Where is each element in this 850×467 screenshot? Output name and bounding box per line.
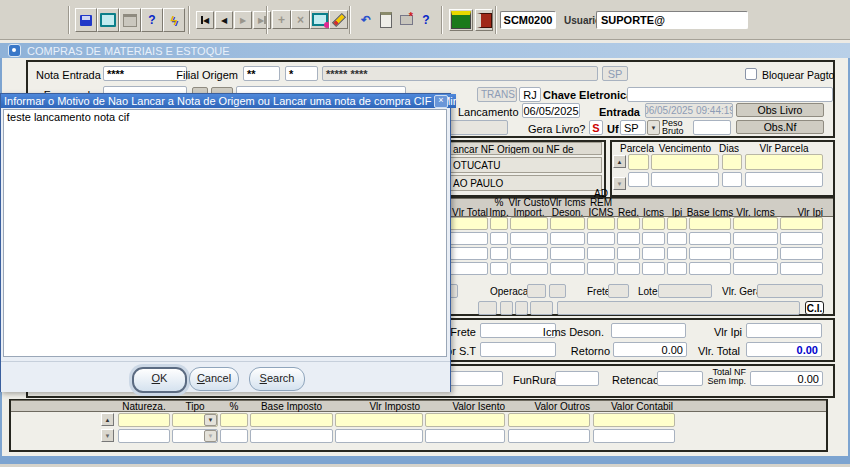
grid-cell[interactable]	[780, 247, 823, 260]
transportadora-uf-field[interactable]: RJ	[519, 87, 541, 102]
grid-cell[interactable]	[689, 217, 731, 230]
valor-isento-cell[interactable]	[425, 429, 505, 443]
grid-cell[interactable]	[780, 262, 823, 275]
uf-combo-field[interactable]: SP	[620, 120, 646, 135]
execute-button[interactable]: ϟ	[163, 8, 185, 32]
grid-cell[interactable]	[667, 247, 687, 260]
grid-cell[interactable]	[667, 232, 687, 245]
nav-next-button[interactable]: ▶	[234, 11, 252, 29]
parcelas-scroll-up[interactable]: ▲	[613, 155, 626, 168]
valor-contabil-cell[interactable]	[593, 413, 675, 427]
help-run-button[interactable]: ?	[141, 8, 163, 32]
uf-dropdown-button[interactable]: ▼	[647, 120, 660, 135]
grid-cell[interactable]	[510, 232, 548, 245]
grid-cell[interactable]	[780, 217, 823, 230]
grid-cell[interactable]	[733, 247, 778, 260]
nav-last-button[interactable]: ▶	[253, 11, 271, 29]
grid-cell[interactable]	[550, 232, 585, 245]
save-button[interactable]	[75, 8, 97, 32]
valor-isento-cell[interactable]	[425, 413, 505, 427]
grid-cell[interactable]	[733, 232, 778, 245]
vlr-imposto-cell[interactable]	[335, 413, 423, 427]
base-imposto-cell[interactable]	[250, 413, 333, 427]
grid-cell[interactable]	[587, 247, 615, 260]
retorno-field[interactable]: 0.00	[613, 342, 687, 357]
erase-button[interactable]	[329, 10, 348, 29]
tipo-dropdown-button[interactable]: ▼	[204, 414, 217, 426]
grid-cell[interactable]	[642, 262, 665, 275]
cancel-button[interactable]: Cancel	[189, 367, 239, 391]
grid-cell[interactable]	[510, 247, 548, 260]
retencao-field[interactable]	[657, 371, 703, 386]
valor-outros-cell[interactable]	[508, 429, 590, 443]
gera-livro-field[interactable]: S	[589, 120, 603, 135]
nav-first-button[interactable]: ◀	[196, 11, 214, 29]
vlr-imposto-cell[interactable]	[335, 429, 423, 443]
parcela-cell[interactable]	[628, 154, 649, 170]
nota-entrada-field[interactable]: ****	[103, 66, 187, 81]
percent-cell[interactable]	[220, 413, 248, 427]
motivo-dialog-titlebar[interactable]: Informar o Motivo de Nao Lancar a Nota d…	[1, 94, 456, 108]
filial-code-field[interactable]: **	[243, 66, 280, 81]
motivo-textarea[interactable]: teste lancamento nota cif	[3, 109, 447, 357]
dialog-close-button[interactable]: ×	[434, 95, 448, 108]
grid-cell[interactable]	[667, 262, 687, 275]
grid-cell[interactable]	[733, 262, 778, 275]
dias-cell[interactable]	[722, 154, 742, 170]
dias-cell[interactable]	[722, 172, 742, 187]
vencimento-cell[interactable]	[651, 172, 719, 187]
menu-button[interactable]	[449, 9, 473, 31]
grid-cell[interactable]	[550, 217, 585, 230]
grid-cell[interactable]	[510, 262, 548, 275]
grid-cell[interactable]	[642, 247, 665, 260]
grid-cell[interactable]	[550, 262, 585, 275]
vencimento-cell[interactable]	[651, 154, 719, 170]
grid-cell[interactable]	[642, 232, 665, 245]
natureza-cell[interactable]	[118, 429, 170, 443]
ci-button[interactable]: C.I.	[805, 301, 824, 315]
delete-record-button[interactable]: ×	[291, 10, 310, 29]
edit-button[interactable]	[310, 10, 329, 29]
grid-cell[interactable]	[490, 217, 508, 230]
lancamento-field[interactable]: 06/05/2025	[522, 103, 580, 118]
grid-cell[interactable]	[733, 217, 778, 230]
grid-cell[interactable]	[490, 247, 508, 260]
bloquear-pagto-checkbox[interactable]	[745, 68, 757, 80]
grid-cell[interactable]	[587, 232, 615, 245]
valor-st-field[interactable]	[480, 342, 556, 357]
obs-nf-button[interactable]: Obs.Nf	[736, 120, 824, 134]
print-button[interactable]	[119, 8, 141, 32]
grid-cell[interactable]	[780, 232, 823, 245]
vlr-parcela-cell[interactable]	[745, 172, 823, 187]
grid-cell[interactable]	[689, 247, 731, 260]
program-code-field[interactable]: SCM0200	[500, 11, 556, 29]
parcela-cell[interactable]	[628, 172, 649, 187]
grid-cell[interactable]	[490, 232, 508, 245]
add-record-button[interactable]: +	[272, 10, 291, 29]
filial-sub-field[interactable]: *	[285, 66, 318, 81]
chave-eletronica-field[interactable]	[627, 87, 833, 102]
cancel-print-button[interactable]: *	[397, 11, 415, 29]
valor-contabil-cell[interactable]	[593, 429, 675, 443]
nav-prev-button[interactable]: ◀	[215, 11, 233, 29]
usuario-field[interactable]: SUPORTE@	[596, 11, 748, 29]
vlr-parcela-cell[interactable]	[745, 154, 823, 170]
peso-bruto-field[interactable]	[693, 120, 731, 135]
undo-button[interactable]: ↶	[357, 11, 375, 29]
funrural-field[interactable]	[555, 371, 599, 386]
grid-cell[interactable]	[617, 247, 640, 260]
icms-deson-field[interactable]	[611, 323, 686, 338]
grid-cell[interactable]	[490, 262, 508, 275]
grid-cell[interactable]	[587, 262, 615, 275]
obs-livro-button[interactable]: Obs Livro	[736, 103, 824, 117]
exit-button[interactable]	[475, 9, 493, 31]
grid-cell[interactable]	[667, 217, 687, 230]
grid-cell[interactable]	[550, 247, 585, 260]
help-button[interactable]: ?	[417, 11, 435, 29]
percent-cell[interactable]	[220, 429, 248, 443]
grid-cell[interactable]	[617, 217, 640, 230]
grid-cell[interactable]	[689, 262, 731, 275]
grid-cell[interactable]	[510, 217, 548, 230]
natureza-scroll-down[interactable]: ▼	[101, 429, 114, 442]
grid-cell[interactable]	[617, 262, 640, 275]
